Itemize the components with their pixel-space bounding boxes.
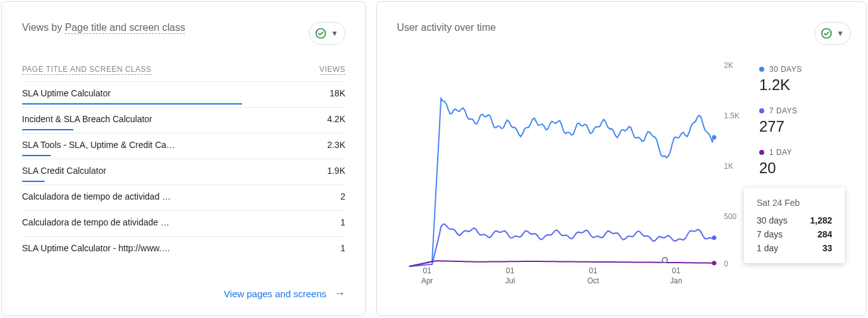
series-7-days	[409, 224, 715, 266]
chevron-down-icon: ▼	[834, 29, 847, 38]
data-quality-pill[interactable]: ▼	[815, 22, 851, 45]
check-circle-icon	[820, 27, 833, 40]
series-1-day	[409, 261, 715, 266]
row-value: 1	[340, 243, 345, 253]
chart-zone: 2K1.5K1K5000 01Apr01Jul01Oct01Jan 30 DAY…	[397, 65, 851, 300]
legend-value: 1.2K	[759, 76, 851, 94]
row-value: 2	[340, 191, 345, 202]
svg-point-3	[712, 236, 716, 240]
legend-value: 277	[759, 118, 851, 135]
table-row[interactable]: SLA Credit Calculator1.9K	[22, 159, 345, 185]
row-title: SLA Uptime Calculator	[22, 88, 111, 98]
card-header: Views by Page title and screen class ▼	[22, 22, 345, 45]
y-tick: 500	[724, 212, 737, 221]
dimension-selector[interactable]: Page title and screen class	[65, 22, 185, 34]
row-value: 2.3K	[327, 140, 345, 150]
legend-label: 1 DAY	[769, 148, 792, 157]
legend-item[interactable]: 1 DAY20	[759, 148, 851, 177]
link-label: View pages and screens	[224, 288, 326, 299]
line-chart[interactable]	[397, 65, 718, 266]
y-tick: 2K	[724, 61, 733, 70]
hover-marker	[662, 257, 668, 263]
svg-point-4	[712, 261, 716, 265]
row-title: Calculadora de tiempo de actividad …	[22, 191, 171, 202]
row-value: 1.9K	[327, 166, 345, 176]
y-tick: 1K	[724, 162, 733, 171]
tooltip-row: 1 day33	[757, 243, 832, 253]
legend-label: 30 DAYS	[769, 65, 802, 74]
table-row[interactable]: SLA Uptime Calculator18K	[22, 81, 345, 107]
series-30-days	[409, 98, 715, 266]
svg-point-1	[822, 29, 832, 38]
chart-tooltip: Sat 24 Feb 30 days1,2827 days2841 day33	[744, 188, 845, 263]
card-title: User activity over time	[397, 22, 496, 33]
table-body: SLA Uptime Calculator18KIncident & SLA B…	[22, 81, 345, 287]
tooltip-date: Sat 24 Feb	[757, 198, 832, 208]
card-title: Views by Page title and screen class	[22, 22, 185, 33]
tooltip-row: 7 days284	[757, 229, 832, 239]
row-value: 18K	[330, 88, 345, 98]
data-quality-pill[interactable]: ▼	[309, 22, 345, 45]
x-axis: 01Apr01Jul01Oct01Jan	[397, 266, 718, 298]
plot-wrap: 2K1.5K1K5000 01Apr01Jul01Oct01Jan	[397, 65, 757, 300]
legend-item[interactable]: 7 DAYS277	[759, 106, 851, 135]
table-header: PAGE TITLE AND SCREEN CLASS VIEWS	[22, 65, 345, 75]
row-title: SLA Tools - SLA, Uptime & Credit Ca…	[22, 140, 175, 150]
tooltip-row: 30 days1,282	[757, 215, 832, 225]
th-dimension[interactable]: PAGE TITLE AND SCREEN CLASS	[22, 65, 152, 75]
check-circle-icon	[314, 27, 327, 40]
row-value: 1	[340, 217, 345, 227]
table-row[interactable]: Incident & SLA Breach Calculator4.2K	[22, 107, 345, 133]
y-tick: 0	[724, 259, 728, 268]
y-tick: 1.5K	[724, 111, 740, 120]
svg-point-0	[316, 29, 326, 38]
table-row[interactable]: Calculadora de tempo de atividade …1	[22, 210, 345, 236]
legend-item[interactable]: 30 DAYS1.2K	[759, 65, 851, 94]
legend-value: 20	[759, 159, 851, 177]
x-tick: 01Jan	[670, 266, 682, 286]
row-title: SLA Uptime Calculator - http://www.…	[22, 243, 170, 253]
table-row[interactable]: Calculadora de tiempo de actividad …2	[22, 185, 345, 210]
chart-legend: 30 DAYS1.2K7 DAYS2771 DAY20	[757, 65, 851, 300]
views-by-page-card: Views by Page title and screen class ▼ P…	[1, 1, 366, 316]
table-row[interactable]: SLA Uptime Calculator - http://www.…1	[22, 236, 345, 262]
table-row[interactable]: SLA Tools - SLA, Uptime & Credit Ca…2.3K	[22, 133, 345, 159]
svg-point-2	[712, 135, 716, 139]
th-metric[interactable]: VIEWS	[320, 65, 345, 75]
view-pages-link[interactable]: View pages and screens →	[224, 287, 345, 300]
user-activity-card: User activity over time ▼ 2K1.5K1K5000 0…	[376, 1, 867, 316]
x-tick: 01Jul	[505, 266, 515, 286]
chevron-down-icon: ▼	[328, 29, 341, 38]
x-tick: 01Oct	[587, 266, 599, 286]
row-title: Incident & SLA Breach Calculator	[22, 114, 152, 124]
card-header: User activity over time ▼	[397, 22, 851, 45]
x-tick: 01Apr	[421, 266, 433, 286]
card-footer: View pages and screens →	[22, 287, 345, 300]
arrow-right-icon: →	[334, 287, 345, 300]
row-title: SLA Credit Calculator	[22, 166, 106, 176]
row-value: 4.2K	[327, 114, 345, 124]
row-title: Calculadora de tempo de atividade …	[22, 217, 169, 227]
legend-label: 7 DAYS	[769, 106, 798, 115]
card-title-prefix: Views by	[22, 22, 65, 33]
